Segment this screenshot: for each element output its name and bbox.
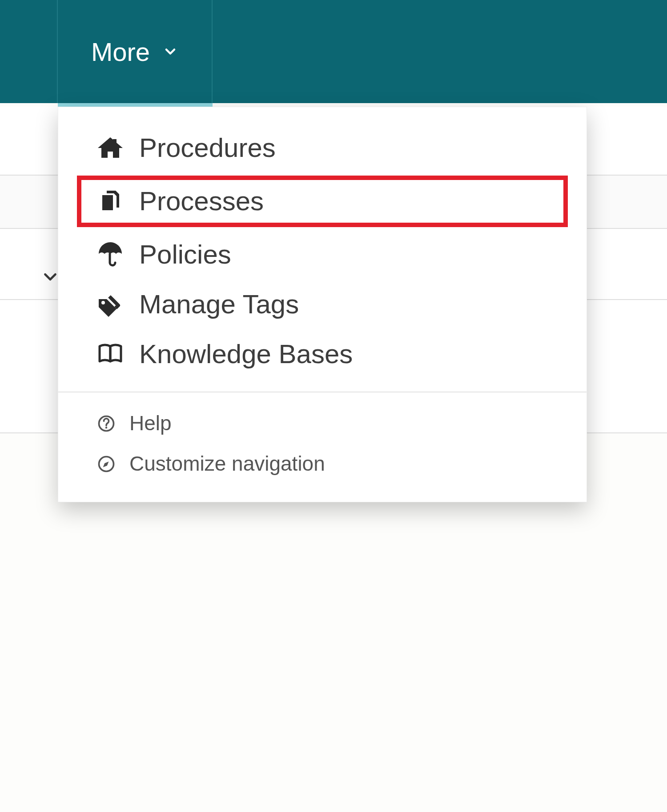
top-nav: More [0, 0, 667, 103]
menu-divider [58, 392, 587, 392]
menu-item-processes[interactable]: Processes [77, 176, 568, 227]
help-icon [95, 412, 118, 435]
active-tab-accent [0, 103, 667, 107]
svg-point-3 [105, 427, 107, 428]
files-icon [95, 186, 126, 217]
svg-point-1 [101, 301, 105, 304]
menu-item-customize-navigation[interactable]: Customize navigation [81, 444, 563, 484]
more-tab-label: More [91, 37, 150, 67]
book-icon [95, 339, 126, 370]
menu-main-section: Procedures Processes Policies [58, 123, 587, 379]
more-tab[interactable]: More [58, 0, 213, 103]
nav-spacer [0, 0, 58, 103]
tags-icon [95, 289, 126, 320]
menu-item-label: Knowledge Bases [139, 338, 353, 370]
menu-item-policies[interactable]: Policies [81, 230, 563, 280]
menu-item-label: Policies [139, 239, 231, 271]
menu-item-label: Processes [139, 185, 264, 217]
svg-rect-0 [113, 139, 117, 144]
menu-item-label: Procedures [139, 132, 276, 164]
home-icon [95, 132, 126, 164]
more-dropdown: Procedures Processes Policies [58, 107, 587, 502]
menu-item-manage-tags[interactable]: Manage Tags [81, 280, 563, 329]
menu-footer-section: Help Customize navigation [58, 403, 587, 484]
menu-item-label: Help [129, 411, 172, 436]
accent-segment [58, 103, 213, 107]
chevron-down-icon [162, 44, 178, 60]
compass-icon [95, 452, 118, 476]
menu-item-knowledge-bases[interactable]: Knowledge Bases [81, 329, 563, 379]
menu-item-help[interactable]: Help [81, 403, 563, 444]
menu-item-label: Customize navigation [129, 452, 325, 476]
umbrella-icon [95, 239, 126, 270]
menu-item-label: Manage Tags [139, 288, 299, 320]
menu-item-procedures[interactable]: Procedures [81, 123, 563, 173]
